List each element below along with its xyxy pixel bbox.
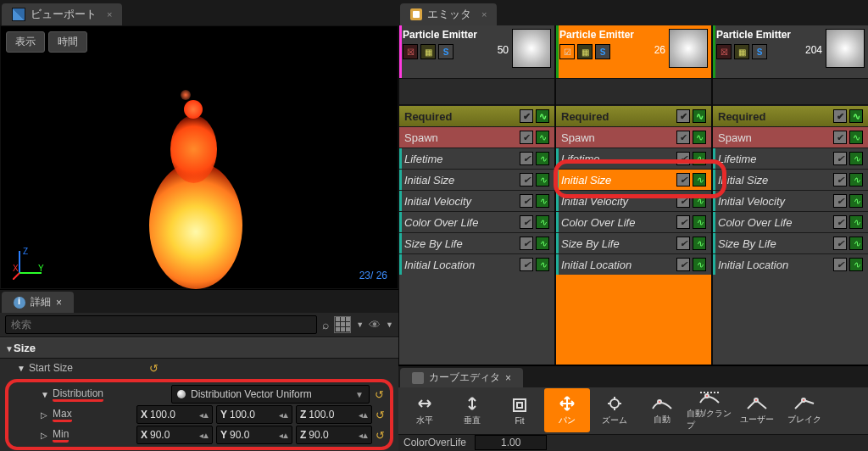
module-enable-checkbox[interactable]: ✔ (676, 109, 690, 123)
module-initial-location[interactable]: Initial Location ✔ ∿ (713, 253, 868, 275)
visibility-icon[interactable]: 👁 (369, 318, 381, 331)
module-enable-checkbox[interactable]: ✔ (676, 194, 690, 208)
module-size-by-life[interactable]: Size By Life ✔ ∿ (713, 232, 868, 253)
search-icon[interactable]: ⌕ (322, 318, 329, 331)
module-curve-icon[interactable]: ∿ (849, 194, 863, 208)
emitter-toggle[interactable]: ▦ (577, 44, 593, 59)
module-lifetime[interactable]: Lifetime ✔ ∿ (556, 148, 711, 169)
module-spawn[interactable]: Spawn ✔ ∿ (399, 126, 554, 148)
module-size-by-life[interactable]: Size By Life ✔ ∿ (556, 232, 711, 253)
module-color-over-life[interactable]: Color Over Life ✔ ∿ (556, 211, 711, 232)
reset-icon[interactable]: ↺ (147, 362, 159, 374)
module-initial-velocity[interactable]: Initial Velocity ✔ ∿ (556, 190, 711, 211)
module-curve-icon[interactable]: ∿ (536, 131, 549, 144)
min-label[interactable]: ▷Min (14, 428, 133, 443)
module-curve-icon[interactable]: ∿ (536, 109, 549, 123)
emitter-solo-toggle[interactable]: S (752, 44, 767, 59)
module-enable-checkbox[interactable]: ✔ (676, 173, 690, 187)
tab-curve-editor[interactable]: カーブエディタ × (400, 368, 523, 387)
category-size[interactable]: ▼Size (0, 337, 398, 359)
module-enable-checkbox[interactable]: ✔ (833, 237, 847, 250)
module-curve-icon[interactable]: ∿ (693, 152, 706, 165)
module-curve-icon[interactable]: ∿ (693, 215, 706, 229)
emitter-column[interactable]: Particle Emitter ☒ ▦ S 50 Required ✔ ∿ S… (398, 25, 555, 365)
curve-tool-Fit[interactable]: Fit (497, 388, 542, 432)
module-initial-location[interactable]: Initial Location ✔ ∿ (556, 253, 711, 275)
module-enable-checkbox[interactable]: ✔ (676, 215, 690, 229)
module-curve-icon[interactable]: ∿ (536, 237, 549, 250)
module-color-over-life[interactable]: Color Over Life ✔ ∿ (399, 211, 554, 232)
module-enable-checkbox[interactable]: ✔ (833, 109, 847, 123)
tab-viewport[interactable]: ビューポート × (2, 3, 122, 25)
module-curve-icon[interactable]: ∿ (849, 152, 863, 165)
close-icon[interactable]: × (481, 9, 487, 19)
max-y-field[interactable]: Y100.0◂▲ (216, 405, 292, 424)
module-enable-checkbox[interactable]: ✔ (520, 237, 533, 250)
module-curve-icon[interactable]: ∿ (536, 215, 549, 229)
min-z-field[interactable]: Z90.0◂▲ (296, 426, 372, 444)
emitter-column[interactable]: Particle Emitter ☒ ▦ S 204 Required ✔ ∿ … (712, 25, 868, 365)
module-curve-icon[interactable]: ∿ (693, 194, 706, 208)
emitter-toggle[interactable]: ▦ (734, 44, 749, 59)
viewport-time-button[interactable]: 時間 (48, 31, 87, 53)
reset-icon[interactable]: ↺ (373, 388, 385, 400)
tab-emitter[interactable]: エミッタ × (400, 3, 497, 25)
module-size-by-life[interactable]: Size By Life ✔ ∿ (399, 232, 554, 253)
module-enable-checkbox[interactable]: ✔ (676, 131, 690, 144)
module-lifetime[interactable]: Lifetime ✔ ∿ (713, 148, 868, 169)
curve-tool-ズーム[interactable]: ズーム (592, 388, 637, 432)
close-icon[interactable]: × (56, 297, 62, 309)
module-enable-checkbox[interactable]: ✔ (833, 173, 847, 187)
emitter-solo-toggle[interactable]: S (595, 44, 610, 59)
module-spawn[interactable]: Spawn ✔ ∿ (556, 126, 711, 148)
module-enable-checkbox[interactable]: ✔ (676, 237, 690, 250)
start-size-label[interactable]: ▼Start Size (3, 362, 144, 374)
module-enable-checkbox[interactable]: ✔ (520, 194, 533, 208)
module-curve-icon[interactable]: ∿ (849, 109, 863, 123)
module-curve-icon[interactable]: ∿ (693, 237, 706, 250)
curve-tool-水平[interactable]: 水平 (402, 388, 448, 432)
module-enable-checkbox[interactable]: ✔ (833, 131, 847, 144)
module-curve-icon[interactable]: ∿ (849, 215, 863, 229)
module-curve-icon[interactable]: ∿ (693, 173, 706, 187)
max-z-field[interactable]: Z100.0◂▲ (296, 405, 372, 424)
min-x-field[interactable]: X90.0◂▲ (136, 426, 213, 444)
module-curve-icon[interactable]: ∿ (693, 109, 706, 123)
module-curve-icon[interactable]: ∿ (693, 258, 706, 271)
module-enable-checkbox[interactable]: ✔ (833, 194, 847, 208)
emitter-column[interactable]: Particle Emitter ☑ ▦ S 26 Required ✔ ∿ S… (555, 25, 712, 365)
curve-tool-自動[interactable]: 自動 (639, 388, 685, 432)
close-icon[interactable]: × (505, 372, 511, 384)
module-initial-size[interactable]: Initial Size ✔ ∿ (399, 169, 554, 190)
emitter-toggle[interactable]: ☒ (403, 44, 418, 59)
module-initial-velocity[interactable]: Initial Velocity ✔ ∿ (399, 190, 554, 211)
curve-value-field[interactable]: 1.00 (475, 435, 547, 450)
max-x-field[interactable]: X100.0◂▲ (136, 405, 213, 424)
particle-viewport[interactable]: 表示 時間 Z Y X 23/ 26 (0, 25, 398, 289)
view-options-icon[interactable] (334, 316, 351, 333)
curve-tool-ブレイク[interactable]: ブレイク (782, 388, 827, 432)
module-curve-icon[interactable]: ∿ (849, 173, 863, 187)
module-enable-checkbox[interactable]: ✔ (520, 173, 533, 187)
module-curve-icon[interactable]: ∿ (849, 237, 863, 250)
module-enable-checkbox[interactable]: ✔ (520, 152, 533, 165)
module-enable-checkbox[interactable]: ✔ (520, 258, 533, 271)
distribution-dropdown[interactable]: Distribution Vector Uniform ▼ (171, 385, 370, 404)
emitter-toggle[interactable]: ☑ (559, 44, 575, 59)
details-search-input[interactable] (5, 315, 317, 334)
tab-details[interactable]: 詳細 × (2, 292, 74, 313)
close-icon[interactable]: × (107, 9, 112, 19)
module-enable-checkbox[interactable]: ✔ (833, 258, 847, 271)
module-required[interactable]: Required ✔ ∿ (399, 105, 554, 126)
chevron-down-icon[interactable]: ▼ (386, 320, 393, 329)
module-required[interactable]: Required ✔ ∿ (556, 105, 711, 126)
module-curve-icon[interactable]: ∿ (536, 152, 549, 165)
distribution-label[interactable]: ▼Distribution (14, 387, 168, 402)
module-initial-size[interactable]: Initial Size ✔ ∿ (556, 169, 711, 190)
emitter-toggle[interactable]: ☒ (716, 44, 732, 59)
module-curve-icon[interactable]: ∿ (536, 194, 549, 208)
module-enable-checkbox[interactable]: ✔ (520, 215, 533, 229)
module-curve-icon[interactable]: ∿ (849, 131, 863, 144)
reset-icon[interactable]: ↺ (376, 409, 385, 420)
module-curve-icon[interactable]: ∿ (536, 173, 549, 187)
